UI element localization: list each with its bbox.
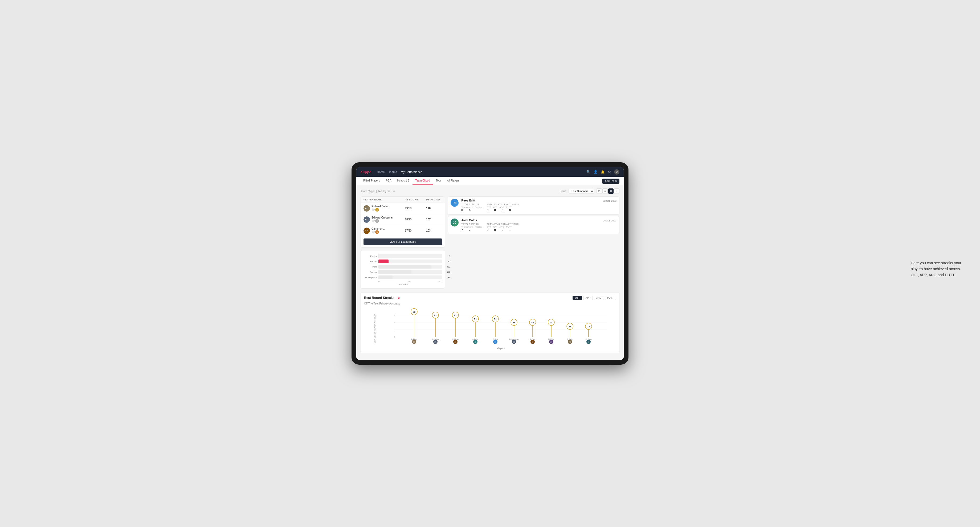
pb-score-2: 18/20 [405,218,426,221]
svg-text:7x: 7x [413,311,415,313]
sub-nav-right: Add Team [602,178,619,184]
sub-nav-hcaps[interactable]: Hcaps 1-5 [395,177,412,185]
user-avatar[interactable]: U [614,169,619,175]
leaderboard-panel: PLAYER NAME PB SCORE PB AVG SQ RB Richar… [361,197,445,248]
svg-text:6x: 6x [454,314,457,317]
filter-app-button[interactable]: APP [583,296,593,300]
bar-row-birdies: Birdies 96 [363,259,442,263]
person-icon[interactable]: 👤 [593,170,598,174]
lb-col-pb: PB SCORE [405,198,426,201]
edit-icon[interactable]: ✏ [393,189,395,193]
sub-nav-all-players[interactable]: All Players [444,177,462,185]
tablet-device: clippd Home Teams My Performance 🔍 👤 🔔 ⚙… [352,162,628,365]
arg-sublabel: ARG [500,206,504,208]
svg-text:3x: 3x [587,325,590,328]
filter-ott-button[interactable]: OTT [573,296,582,300]
pb-score-1: 19/20 [405,207,426,210]
streaks-section: Best Round Streaks ◄ OTT APP ARG PUTT Of… [361,292,619,353]
sub-nav-pgat[interactable]: PGAT Players [361,177,382,185]
search-icon[interactable]: 🔍 [586,170,590,174]
nav-bar: clippd Home Teams My Performance 🔍 👤 🔔 ⚙… [356,167,624,177]
streaks-header: Best Round Streaks ◄ OTT APP ARG PUTT [364,296,616,300]
annotation-container: Here you can see streaks your players ha… [911,260,964,278]
nav-links: Home Teams My Performance [377,170,422,173]
sub-nav-pga[interactable]: PGA [383,177,394,185]
bar-row-dbogeys: D. Bogeys + 131 [363,275,442,279]
tournament-val-josh: 7 [461,228,466,232]
heart-icon: 🤍 [371,208,375,211]
player-card-josh: JC Josh Coles 26 Aug 2023 Total Rounds [448,216,619,234]
player-card-rees: RB Rees Britt 02 Sep 2023 Total Rounds [448,197,619,214]
avatar-rees: RB [450,199,458,207]
sub-nav: PGAT Players PGA Hcaps 1-5 Team Clippd T… [356,177,624,185]
list-view-button[interactable]: ≡ [602,189,608,194]
heart-icon-2: 🤍 [371,220,375,222]
filter-putt-button[interactable]: PUTT [605,296,616,300]
svg-text:3x: 3x [568,325,571,328]
tablet-screen: clippd Home Teams My Performance 🔍 👤 🔔 ⚙… [356,167,624,360]
svg-text:RB: RB [495,341,497,343]
svg-text:C. Quick: C. Quick [585,338,592,340]
bar-row-eagles: Eagles 3 [363,254,442,258]
player-info-2: EC Edward Crossman 🤍 2 [363,216,405,223]
heart-icon-3: 🤍 [371,231,375,234]
app-sublabel-josh: APP [493,226,497,228]
player-info-1: RB Richard Butler 🤍 1 [363,205,405,211]
chart-x-axis: 0 200 400 [363,280,442,283]
birdies-label: Birdies [363,260,377,263]
show-controls: Show Last 3 months Last 6 months Last ye… [560,189,619,194]
streaks-title: Best Round Streaks [364,296,395,300]
practice-val-josh: 2 [469,228,474,232]
dbogeys-label: D. Bogeys + [363,276,377,279]
practice-val-rees: 4 [469,208,474,212]
show-label: Show [560,190,566,193]
sub-nav-team-clippd[interactable]: Team Clippd [412,177,433,185]
pars-track: 499 [379,265,442,268]
bar-chart-panel: Eagles 3 Birdies 96 [361,250,445,289]
grid-view-button[interactable]: ⊞ [597,189,602,194]
table-row: CM Cameron... 🤍 3 17/20 103 [361,225,445,237]
dbogeys-track: 131 [379,275,442,279]
streak-chart-area: 0 2 4 6 7x EE E. Ebert [385,308,616,350]
bell-icon[interactable]: 🔔 [601,170,605,174]
app-logo: clippd [361,170,371,174]
player-count: | 14 Players [376,190,390,193]
eagles-value: 3 [449,255,450,257]
pb-avg-3: 103 [426,229,442,232]
card-info-josh: Josh Coles 26 Aug 2023 Total Rounds Tour… [461,219,616,232]
streaks-subtitle: Off The Tee, Fairway Accuracy [364,302,616,305]
period-select[interactable]: Last 3 months Last 6 months Last year [568,189,594,194]
card-view-button[interactable]: ▦ [608,189,614,194]
nav-right: 🔍 👤 🔔 ⚙ U [586,169,619,175]
pars-value: 499 [447,266,450,268]
svg-text:EC: EC [513,341,515,343]
birdies-track: 96 [379,259,442,263]
app-val-rees: 0 [494,208,499,212]
card-name-josh: Josh Coles [461,219,477,222]
svg-text:5x: 5x [494,318,497,321]
total-rounds-label: Total Rounds [461,203,482,205]
pb-score-3: 17/20 [405,229,426,232]
add-team-button[interactable]: Add Team [602,179,619,184]
svg-text:5x: 5x [474,318,477,321]
player-name-3: Cameron... [371,227,385,230]
view-full-leaderboard-button[interactable]: View Full Leaderboard [363,238,442,245]
card-name-rees: Rees Britt [461,199,475,202]
players-x-label: Players [385,347,616,350]
nav-teams[interactable]: Teams [388,170,397,173]
card-stats-rees: Total Rounds Tournament Practice 8 4 [461,203,616,212]
nav-my-performance[interactable]: My Performance [401,170,422,173]
svg-text:BM: BM [434,341,436,343]
svg-text:4x: 4x [550,321,552,324]
filter-arg-button[interactable]: ARG [594,296,604,300]
x-tick-0: 0 [379,280,379,283]
avatar-josh: JC [450,219,458,227]
chart-x-title: Total Shots [363,283,442,286]
svg-text:J. Coles: J. Coles [473,338,478,340]
table-view-button[interactable]: ↕ [614,189,619,194]
practice-sublabel-josh: Practice [475,226,482,228]
settings-icon[interactable]: ⚙ [608,170,611,174]
nav-home[interactable]: Home [377,170,385,173]
svg-text:M. Miller: M. Miller [548,338,554,340]
sub-nav-tour[interactable]: Tour [433,177,444,185]
